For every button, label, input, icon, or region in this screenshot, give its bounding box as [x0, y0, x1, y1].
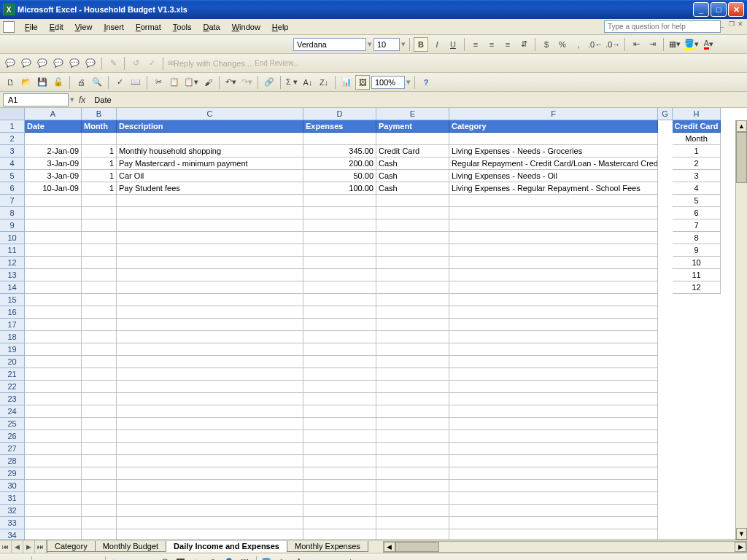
cell-date-4[interactable]: 3-Jan-09: [25, 158, 82, 170]
cell[interactable]: [117, 343, 303, 356]
cell[interactable]: [449, 331, 658, 343]
vertical-scrollbar[interactable]: ▲ ▼: [735, 120, 747, 540]
menu-data[interactable]: Data: [197, 21, 225, 33]
cell-cat-3[interactable]: Living Expenses - Needs - Groceries: [449, 145, 658, 158]
cell[interactable]: [25, 294, 82, 306]
cell[interactable]: [376, 393, 449, 405]
cell[interactable]: [117, 467, 303, 480]
cell[interactable]: [449, 133, 658, 145]
cell-g5[interactable]: [658, 170, 673, 182]
cell-h31[interactable]: [673, 492, 721, 505]
cell[interactable]: [449, 480, 658, 492]
menu-insert[interactable]: Insert: [98, 21, 130, 33]
bold-button[interactable]: B: [414, 37, 428, 52]
row-header-1[interactable]: 1: [0, 120, 25, 133]
cell[interactable]: [117, 244, 303, 257]
spreadsheet-grid[interactable]: ABCDEFGH1DateMonthDescriptionExpensesPay…: [0, 108, 747, 540]
copy-button[interactable]: 📋: [167, 75, 182, 90]
cell-g31[interactable]: [658, 492, 673, 505]
row-header-6[interactable]: 6: [0, 182, 25, 195]
cell[interactable]: [303, 244, 376, 257]
column-header-F[interactable]: F: [449, 108, 658, 120]
cell[interactable]: [376, 418, 449, 430]
cell-month-3[interactable]: 1: [82, 145, 117, 158]
picture-button[interactable]: 🖼: [238, 556, 252, 561]
font-size-box[interactable]: [374, 38, 400, 51]
cell[interactable]: [117, 319, 303, 331]
cell-date-3[interactable]: 2-Jan-09: [25, 145, 82, 158]
cell[interactable]: [117, 133, 303, 145]
cell[interactable]: [117, 195, 303, 207]
cell[interactable]: [376, 281, 449, 294]
cell-h17[interactable]: [673, 319, 721, 331]
help-search-input[interactable]: [604, 20, 721, 33]
cell-date-6[interactable]: 10-Jan-09: [25, 182, 82, 195]
cell[interactable]: [82, 405, 117, 418]
cell[interactable]: [25, 306, 82, 319]
cell[interactable]: [303, 133, 376, 145]
tab-nav-next[interactable]: ▶: [23, 540, 35, 553]
cell[interactable]: [376, 356, 449, 368]
cell[interactable]: [376, 331, 449, 343]
cell[interactable]: [376, 480, 449, 492]
cell[interactable]: [449, 294, 658, 306]
cell[interactable]: [303, 207, 376, 219]
percent-button[interactable]: %: [555, 37, 570, 52]
credit-card-month-5[interactable]: 3: [673, 170, 721, 182]
cell[interactable]: [449, 418, 658, 430]
cell[interactable]: [82, 294, 117, 306]
cell-g3[interactable]: [658, 145, 673, 158]
cell-h33[interactable]: [673, 517, 721, 529]
cell-exp-6[interactable]: 100.00: [303, 182, 376, 195]
textbox-button[interactable]: 🅰: [174, 556, 188, 561]
row-header-28[interactable]: 28: [0, 455, 25, 467]
cell[interactable]: [117, 529, 303, 540]
cell[interactable]: [117, 381, 303, 393]
cell-h29[interactable]: [673, 467, 721, 480]
cell[interactable]: [449, 306, 658, 319]
select-objects-button[interactable]: ↖: [36, 556, 50, 561]
cell[interactable]: [82, 207, 117, 219]
sort-asc-button[interactable]: A↓: [301, 75, 315, 90]
cell[interactable]: [449, 232, 658, 244]
cell-g22[interactable]: [658, 381, 673, 393]
row-header-33[interactable]: 33: [0, 517, 25, 529]
cell[interactable]: [449, 257, 658, 269]
cell[interactable]: [303, 356, 376, 368]
cell[interactable]: [303, 418, 376, 430]
cell-g18[interactable]: [658, 331, 673, 343]
row-header-11[interactable]: 11: [0, 244, 25, 257]
cell[interactable]: [303, 331, 376, 343]
cell[interactable]: [376, 492, 449, 505]
dash-style-button[interactable]: ┅: [326, 556, 341, 561]
cell[interactable]: [303, 269, 376, 281]
sort-desc-button[interactable]: Z↓: [317, 75, 331, 90]
row-header-21[interactable]: 21: [0, 368, 25, 381]
credit-card-month-9[interactable]: 7: [673, 219, 721, 232]
cell[interactable]: [82, 319, 117, 331]
close-button[interactable]: ✕: [728, 2, 744, 17]
format-painter-button[interactable]: 🖌: [201, 75, 215, 90]
row-header-9[interactable]: 9: [0, 219, 25, 232]
credit-card-month-8[interactable]: 6: [673, 207, 721, 219]
ink-button[interactable]: ✎: [106, 56, 120, 71]
permission-button[interactable]: 🔓: [51, 75, 66, 90]
save-button[interactable]: 💾: [35, 75, 50, 90]
cell[interactable]: [25, 195, 82, 207]
cell[interactable]: [25, 207, 82, 219]
align-right-button[interactable]: ≡: [500, 37, 515, 52]
cell[interactable]: [82, 331, 117, 343]
wordart-button[interactable]: 𝐀: [190, 556, 204, 561]
cell-h21[interactable]: [673, 368, 721, 381]
cell[interactable]: [376, 517, 449, 529]
cell-g20[interactable]: [658, 356, 673, 368]
cell[interactable]: [376, 232, 449, 244]
cell[interactable]: [82, 368, 117, 381]
sheet-tab-monthly-expenses[interactable]: Monthly Expenses: [287, 541, 368, 552]
row-header-25[interactable]: 25: [0, 418, 25, 430]
cell[interactable]: [82, 219, 117, 232]
menu-help[interactable]: Help: [266, 21, 295, 33]
new-button[interactable]: 🗋: [3, 75, 18, 90]
cell[interactable]: [376, 219, 449, 232]
cell-cat-4[interactable]: Regular Repayment - Credit Card/Loan - M…: [449, 158, 658, 170]
